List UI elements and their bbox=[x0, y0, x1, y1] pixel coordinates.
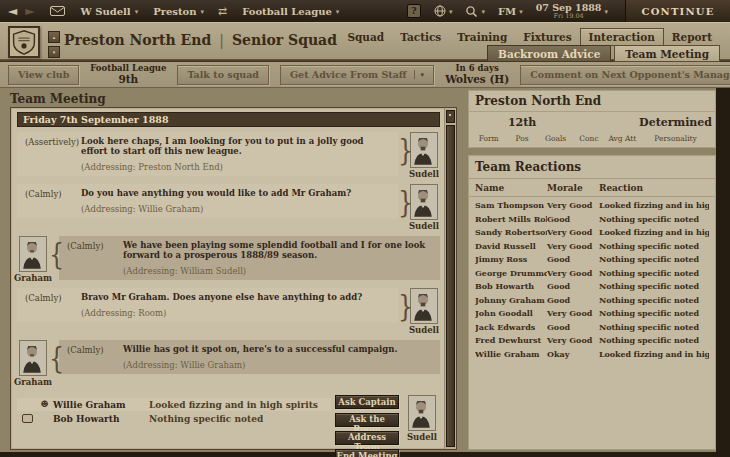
manager-name: W Sudell bbox=[80, 6, 130, 17]
speech-brace-icon bbox=[49, 232, 59, 277]
sub-tabs: Backroom AdviceTeam Meeting bbox=[487, 45, 720, 62]
cell-name: George Drummond bbox=[475, 268, 547, 280]
fm-menu[interactable]: FM ▾ bbox=[498, 6, 523, 17]
cell-reaction: Nothing specific noted bbox=[599, 281, 709, 293]
table-row[interactable]: Sam Thompson Very Good Looked fizzing an… bbox=[468, 199, 716, 213]
sub-tab[interactable]: Team Meeting bbox=[614, 45, 720, 62]
tab[interactable]: Report bbox=[664, 29, 720, 45]
cell-reaction: Nothing specific noted bbox=[599, 268, 709, 280]
meeting-actions: Ask CaptainAsk the RoomAddress TeamEnd M… bbox=[335, 395, 399, 457]
league-position: Football League 9th bbox=[90, 64, 166, 86]
search-menu[interactable]: ▾ bbox=[465, 5, 485, 18]
club-crest[interactable] bbox=[8, 26, 40, 58]
kit-spinner: ▴ ▾ bbox=[48, 31, 60, 58]
reaction-player-name: Bob Howarth bbox=[53, 414, 149, 424]
smiley-icon bbox=[36, 400, 53, 409]
club-stat: Form bbox=[472, 116, 505, 143]
player-portrait[interactable] bbox=[408, 395, 436, 431]
meeting-action-button[interactable]: Ask Captain bbox=[335, 395, 399, 409]
club-stats: Form 12th Pos Goals Conc bbox=[468, 112, 716, 143]
cell-reaction: Nothing specific noted bbox=[599, 295, 709, 307]
comment-opponent-button[interactable]: Comment on Next Opponent's Manager bbox=[520, 65, 730, 85]
back-icon[interactable]: ◄ bbox=[8, 5, 17, 17]
forward-icon[interactable]: ► bbox=[25, 5, 34, 17]
tab[interactable]: Squad bbox=[339, 29, 392, 45]
table-row[interactable]: Willie Graham Okay Looked fizzing and in… bbox=[468, 348, 716, 362]
table-row[interactable]: Robert Mills Roberts Good Nothing specif… bbox=[468, 213, 716, 227]
help-icon[interactable]: ? bbox=[407, 4, 421, 18]
cell-morale: Okay bbox=[547, 349, 599, 361]
table-row[interactable]: Johnny Graham Good Nothing specific note… bbox=[468, 294, 716, 308]
chat-message: Graham (Calmly) Willie has got it spot o… bbox=[17, 340, 440, 387]
meeting-action-button[interactable]: Ask the Room bbox=[335, 413, 399, 427]
message-text: Do you have anything you would like to a… bbox=[81, 188, 390, 198]
tab[interactable]: Fixtures bbox=[515, 29, 579, 45]
player-portrait[interactable] bbox=[19, 236, 47, 272]
inbox-icon[interactable] bbox=[50, 6, 65, 16]
table-row[interactable]: Bob Howarth Good Nothing specific noted bbox=[468, 280, 716, 294]
view-club-button[interactable]: View club bbox=[8, 65, 79, 85]
player-portrait[interactable] bbox=[410, 132, 438, 168]
cell-morale: Good bbox=[547, 254, 599, 266]
table-row[interactable]: John Goodall Very Good Nothing specific … bbox=[468, 307, 716, 321]
table-row[interactable]: Fred Dewhurst Very Good Nothing specific… bbox=[468, 334, 716, 348]
tab[interactable]: Interaction bbox=[580, 28, 664, 46]
table-row[interactable]: Jimmy Ross Good Nothing specific noted bbox=[468, 253, 716, 267]
cell-morale: Good bbox=[547, 322, 599, 334]
world-menu[interactable]: ▾ bbox=[434, 5, 453, 17]
reactions-table: Sam Thompson Very Good Looked fizzing an… bbox=[468, 199, 716, 361]
talk-to-squad-button[interactable]: Talk to squad bbox=[177, 65, 269, 85]
cell-reaction: Nothing specific noted bbox=[599, 335, 709, 347]
cell-name: John Goodall bbox=[475, 308, 547, 320]
cell-reaction: Nothing specific noted bbox=[599, 214, 709, 226]
stat-label: Form bbox=[472, 134, 505, 143]
message-tone: (Calmly) bbox=[25, 292, 81, 318]
message-addressing: (Addressing: Preston North End) bbox=[81, 162, 390, 172]
table-header: Name Morale Reaction bbox=[468, 179, 716, 197]
cell-morale: Very Good bbox=[547, 227, 599, 239]
manager-menu[interactable]: W Sudell ▾ bbox=[80, 6, 138, 17]
scroll-up-button[interactable] bbox=[446, 110, 455, 123]
tab[interactable]: Training bbox=[449, 29, 515, 45]
club-stat: 12th Pos bbox=[505, 116, 538, 143]
reaction-note: Looked fizzing and in high spirits bbox=[149, 400, 329, 410]
cell-morale: Very Good bbox=[547, 335, 599, 347]
player-portrait[interactable] bbox=[19, 340, 47, 376]
table-row[interactable]: David Russell Very Good Nothing specific… bbox=[468, 240, 716, 254]
manager-portrait-footer: Sudell bbox=[404, 395, 440, 442]
meeting-action-button[interactable]: Address Team bbox=[335, 431, 399, 445]
latest-reactions: Willie Graham Looked fizzing and in high… bbox=[17, 395, 331, 425]
date-widget[interactable]: 07 Sep 1888 Fri 19.04 ▾ bbox=[536, 3, 608, 20]
player-portrait[interactable] bbox=[410, 288, 438, 324]
spin-down-icon[interactable]: ▾ bbox=[48, 46, 60, 58]
meeting-action-button[interactable]: End Meeting bbox=[335, 449, 399, 457]
competition-menu[interactable]: Football League ▾ bbox=[242, 6, 339, 17]
reaction-row[interactable]: Bob Howarth Nothing specific noted bbox=[17, 412, 331, 425]
speaker-portrait-left: Graham bbox=[17, 340, 49, 387]
message-addressing: (Addressing: Room) bbox=[81, 308, 390, 318]
cell-name: Fred Dewhurst bbox=[475, 335, 547, 347]
globe-icon bbox=[434, 5, 446, 17]
tab[interactable]: Tactics bbox=[392, 29, 449, 45]
spin-up-icon[interactable]: ▴ bbox=[48, 31, 60, 43]
get-advice-button[interactable]: Get Advice From Staff ▾ bbox=[280, 65, 434, 85]
table-row[interactable]: Sandy Robertson Very Good Looked fizzing… bbox=[468, 226, 716, 240]
scrollbar-thumb[interactable] bbox=[446, 125, 455, 447]
sub-tab[interactable]: Backroom Advice bbox=[487, 45, 611, 62]
reaction-row[interactable]: Willie Graham Looked fizzing and in high… bbox=[17, 398, 331, 411]
switch-icon[interactable]: ⇄ bbox=[218, 5, 227, 18]
table-row[interactable]: George Drummond Very Good Nothing specif… bbox=[468, 267, 716, 281]
cell-reaction: Looked fizzing and in high spirits bbox=[599, 349, 709, 361]
club-menu[interactable]: Preston ▾ bbox=[153, 6, 204, 17]
cell-reaction: Nothing specific noted bbox=[599, 308, 709, 320]
top-bar: ◄ ► W Sudell ▾ Preston ▾ ⇄ Football Leag… bbox=[0, 0, 730, 22]
col-name: Name bbox=[475, 183, 547, 193]
continue-button[interactable]: CONTINUE bbox=[625, 0, 730, 22]
competition-name: Football League bbox=[242, 6, 332, 17]
table-row[interactable]: Jack Edwards Good Nothing specific noted bbox=[468, 321, 716, 335]
team-reactions-title: Team Reactions bbox=[468, 155, 716, 179]
player-portrait[interactable] bbox=[410, 184, 438, 220]
message-text: Willie has got it spot on, here's to a s… bbox=[123, 344, 432, 354]
speech-bubble-icon bbox=[19, 414, 36, 423]
portrait-label: Sudell bbox=[409, 169, 439, 179]
